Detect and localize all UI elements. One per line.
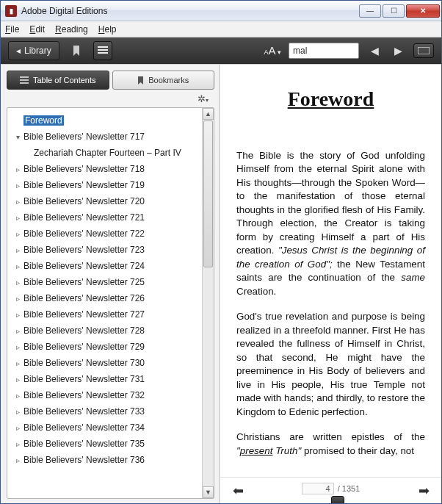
chevron-right-icon[interactable]: ▹ — [13, 278, 22, 287]
toc-item-label: Bible Believers' Newsletter 731 — [23, 374, 145, 384]
gear-icon[interactable]: ✲▾ — [198, 93, 209, 104]
toc-item[interactable]: ▹Bible Believers' Newsletter 721 — [10, 209, 199, 226]
toc-item[interactable]: ▹Bible Believers' Newsletter 734 — [10, 420, 199, 436]
toc-item[interactable]: ▹Bible Believers' Newsletter 732 — [10, 387, 199, 403]
slider-thumb[interactable] — [331, 496, 344, 504]
chevron-right-icon[interactable]: ▹ — [13, 392, 22, 400]
next-page-button[interactable]: ➡ — [416, 483, 431, 499]
toc-item-label: Bible Believers' Newsletter 730 — [23, 358, 145, 368]
chevron-right-icon[interactable]: ▹ — [13, 230, 22, 238]
pager: ⬅ 4 / 1351 ➡ — [220, 477, 441, 503]
current-page-input[interactable]: 4 — [302, 483, 334, 494]
toc-item[interactable]: Zechariah Chapter Fourteen – Part IV — [10, 145, 199, 161]
fullscreen-button[interactable] — [413, 43, 434, 58]
total-pages: 1351 — [342, 484, 360, 493]
search-next-button[interactable]: ▶ — [390, 41, 406, 60]
prev-page-button[interactable]: ⬅ — [231, 483, 245, 499]
scroll-down-icon[interactable]: ▼ — [203, 486, 214, 498]
chevron-down-icon[interactable]: ▾ — [13, 133, 22, 141]
titlebar[interactable]: ▮ Adobe Digital Editions — ☐ ✕ — [1, 1, 441, 21]
scroll-thumb[interactable] — [203, 120, 213, 267]
chevron-right-icon[interactable]: ▹ — [13, 311, 22, 319]
tab-bookmarks[interactable]: Bookmarks — [112, 71, 215, 90]
chevron-right-icon[interactable]: ▹ — [13, 424, 22, 432]
chevron-right-icon[interactable]: ▹ — [13, 262, 22, 270]
chevron-right-icon[interactable]: ▹ — [13, 440, 22, 448]
toc-item[interactable]: ▹Bible Believers' Newsletter 727 — [10, 306, 199, 323]
toc-item[interactable]: ▹Bible Believers' Newsletter 723 — [10, 242, 199, 258]
tab-toc-label: Table of Contents — [33, 76, 96, 84]
page-content[interactable]: Foreword The Bible is the story of God u… — [220, 65, 441, 477]
scrollbar[interactable]: ▲ ▼ — [202, 108, 214, 498]
toc-item-label: Bible Believers' Newsletter 722 — [23, 228, 145, 239]
toc-item-label: Bible Believers' Newsletter 735 — [23, 439, 145, 449]
close-button[interactable]: ✕ — [406, 4, 440, 18]
toc-item[interactable]: ▹Bible Believers' Newsletter 735 — [10, 436, 199, 452]
chevron-right-icon[interactable]: ▹ — [13, 295, 22, 303]
toc-item-label: Bible Believers' Newsletter 726 — [23, 293, 145, 303]
toc-item[interactable]: ▹Bible Believers' Newsletter 722 — [10, 226, 199, 242]
toc-item[interactable]: Foreword — [10, 112, 199, 129]
toc-item-label: Bible Believers' Newsletter 721 — [23, 212, 145, 223]
chevron-right-icon[interactable]: ▹ — [13, 359, 22, 367]
chevron-right-icon[interactable]: ▹ — [13, 198, 22, 206]
maximize-button[interactable]: ☐ — [383, 4, 405, 18]
toc-item-label: Bible Believers' Newsletter 736 — [23, 455, 145, 465]
toc-item-label: Bible Believers' Newsletter 725 — [23, 277, 145, 287]
toc-item[interactable]: ▹Bible Believers' Newsletter 736 — [10, 452, 199, 468]
sidebar: Table of Contents Bookmarks ✲▾ Foreword▾… — [1, 65, 220, 503]
paragraph-1: The Bible is the story of God unfolding … — [236, 149, 425, 299]
search-prev-button[interactable]: ◀ — [366, 41, 383, 60]
chevron-right-icon[interactable]: ▹ — [13, 327, 22, 335]
page-indicator: 4 / 1351 — [253, 483, 409, 494]
toc-item[interactable]: ▹Bible Believers' Newsletter 728 — [10, 323, 199, 339]
toc-item[interactable]: ▾Bible Believers' Newsletter 717 — [10, 129, 199, 145]
chevron-right-icon[interactable]: ▹ — [13, 375, 22, 384]
font-large-label: A — [268, 44, 275, 57]
toc-item-label: Bible Believers' Newsletter 723 — [23, 245, 145, 255]
scroll-up-icon[interactable]: ▲ — [203, 108, 214, 120]
toc-item-label: Bible Believers' Newsletter 727 — [23, 309, 145, 320]
font-size-button[interactable]: AA ▾ — [264, 44, 281, 57]
chevron-right-icon[interactable]: ▹ — [13, 408, 22, 416]
toc-item[interactable]: ▹Bible Believers' Newsletter 725 — [10, 274, 199, 290]
toc-item[interactable]: ▹Bible Believers' Newsletter 720 — [10, 193, 199, 209]
toc-item[interactable]: ▹Bible Believers' Newsletter 724 — [10, 258, 199, 274]
toc-item[interactable]: ▹Bible Believers' Newsletter 731 — [10, 371, 199, 387]
toc-item-label: Bible Believers' Newsletter 734 — [23, 422, 145, 433]
toc-tree: Foreword▾Bible Believers' Newsletter 717… — [7, 107, 214, 499]
tab-bookmarks-label: Bookmarks — [148, 76, 189, 84]
library-button[interactable]: ◂ Library — [8, 41, 59, 60]
chevron-left-icon: ◂ — [16, 46, 21, 56]
chevron-right-icon[interactable]: ▹ — [13, 214, 22, 222]
chevron-right-icon[interactable]: ▹ — [13, 246, 22, 254]
chevron-right-icon[interactable]: ▹ — [13, 181, 22, 190]
chevron-down-icon: ▾ — [275, 48, 281, 56]
toc-item[interactable]: ▹Bible Believers' Newsletter 718 — [10, 161, 199, 177]
toc-item[interactable]: ▹Bible Believers' Newsletter 719 — [10, 177, 199, 193]
chevron-right-icon[interactable]: ▹ — [13, 343, 22, 351]
toc-item[interactable]: ▹Bible Believers' Newsletter 733 — [10, 403, 199, 420]
toc-item[interactable]: ▹Bible Believers' Newsletter 730 — [10, 355, 199, 371]
toc-item-label: Bible Believers' Newsletter 733 — [23, 406, 145, 417]
menu-reading[interactable]: Reading — [55, 24, 88, 35]
minimize-button[interactable]: — — [359, 4, 381, 18]
bookmark-icon[interactable] — [67, 41, 86, 60]
toc-item-label: Bible Believers' Newsletter 719 — [23, 180, 145, 190]
search-input[interactable]: mal — [289, 43, 359, 59]
window-title: Adobe Digital Editions — [21, 6, 358, 16]
list-view-icon[interactable] — [93, 41, 112, 60]
menu-help[interactable]: Help — [98, 24, 117, 35]
doc-title: Foreword — [236, 85, 425, 114]
menu-file[interactable]: File — [5, 24, 19, 35]
chevron-right-icon[interactable]: ▹ — [13, 456, 22, 464]
chevron-right-icon[interactable]: ▹ — [13, 165, 22, 173]
toc-item[interactable]: ▹Bible Believers' Newsletter 726 — [10, 290, 199, 306]
sidebar-tabs: Table of Contents Bookmarks — [7, 71, 214, 90]
menu-edit[interactable]: Edit — [29, 24, 45, 35]
toc-item-label: Zechariah Chapter Fourteen – Part IV — [34, 148, 181, 158]
toc-item[interactable]: ▹Bible Believers' Newsletter 729 — [10, 339, 199, 355]
toolbar: ◂ Library AA ▾ mal ◀ ▶ — [1, 37, 441, 64]
tab-toc[interactable]: Table of Contents — [7, 71, 109, 90]
page-slider[interactable] — [330, 497, 332, 499]
